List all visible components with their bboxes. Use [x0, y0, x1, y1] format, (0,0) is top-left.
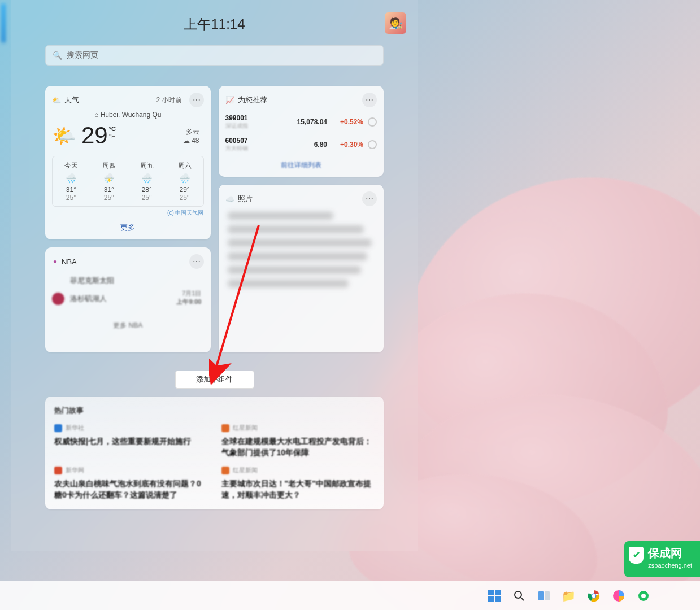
nba-icon: ✦	[52, 258, 58, 266]
svg-point-5	[515, 591, 521, 598]
current-weather-icon: 🌤️	[52, 124, 76, 147]
photos-blurred-content	[228, 280, 349, 287]
task-view-button[interactable]	[536, 587, 553, 604]
recommend-header: 📈 为您推荐 ⋯	[225, 93, 377, 107]
file-explorer-button[interactable]: 📁	[560, 587, 577, 604]
svg-point-11	[592, 594, 595, 597]
news-source-icon	[54, 467, 62, 474]
nba-header: ✦ NBA ⋯	[52, 254, 204, 269]
chrome-button[interactable]	[585, 587, 602, 604]
recommend-widget[interactable]: 📈 为您推荐 ⋯ 399001 深证成指 15,078.04 +0.52% 60…	[219, 86, 384, 177]
svg-rect-2	[495, 590, 501, 595]
news-grid: 新华社 权威快报|七月，这些重要新规开始施行 红星新闻 全球在建规模最大水电工程…	[54, 424, 375, 500]
nba-more-button[interactable]: ⋯	[189, 254, 204, 269]
nba-game-time: 7月1日 上午9:00	[176, 289, 201, 306]
add-widget-button[interactable]: 添加小组件	[175, 371, 254, 389]
current-temperature: 29 °C °F	[81, 122, 116, 149]
photos-blurred-content	[228, 212, 334, 220]
start-button[interactable]	[486, 587, 503, 604]
user-avatar[interactable]: 🧑‍🎨	[385, 12, 406, 34]
stock-chart-icon	[368, 140, 377, 149]
forecast-day[interactable]: 周五 🌧️ 28° 25°	[128, 156, 166, 206]
news-section-title: 热门故事	[54, 406, 375, 416]
weather-icon: ⛅	[52, 96, 61, 104]
shield-icon: ✔	[629, 547, 644, 564]
forecast-day[interactable]: 周六 🌧️ 29° 25°	[166, 156, 203, 206]
search-input[interactable]: 🔍 搜索网页	[45, 45, 384, 66]
photos-title: 照片	[238, 194, 253, 204]
photos-blurred-content	[228, 239, 372, 247]
photos-header: ☁️ 照片 ⋯	[225, 191, 377, 206]
news-widget[interactable]: 热门故事 新华社 权威快报|七月，这些重要新规开始施行 红星新闻 全球在建规模最…	[45, 396, 384, 509]
add-widget-row: 添加小组件	[45, 360, 384, 389]
photos-blurred-content	[228, 252, 367, 260]
widgets-panel: 上午11:14 🧑‍🎨 🔍 搜索网页 ⛅ 天气 2 小时前 ⋯ ⌂ Hubei,…	[11, 0, 418, 551]
taskbar: 📁	[0, 581, 700, 610]
photos-more-button[interactable]: ⋯	[362, 191, 377, 206]
panel-header: 上午11:14 🧑‍🎨	[45, 11, 384, 37]
svg-rect-8	[545, 591, 550, 600]
weather-attribution: (c) 中国天气网	[52, 209, 204, 217]
recommend-title: 为您推荐	[238, 95, 267, 105]
photos-blurred-content	[228, 225, 364, 233]
taskbar-app-button[interactable]	[610, 587, 627, 604]
svg-rect-7	[538, 591, 544, 600]
stock-row[interactable]: 600507 方大特钢 6.80 +0.30%	[225, 133, 377, 156]
weather-updated: 2 小时前	[156, 95, 182, 105]
svg-point-14	[641, 594, 646, 598]
nba-more-link[interactable]: 更多 NBA	[52, 321, 204, 330]
svg-rect-3	[488, 596, 494, 602]
photos-icon: ☁️	[225, 195, 234, 203]
weather-widget[interactable]: ⛅ 天气 2 小时前 ⋯ ⌂ Hubei, Wuchang Qu 🌤️ 29 °…	[45, 86, 211, 239]
temperature-units[interactable]: °C °F	[109, 125, 116, 140]
recommend-icon: 📈	[225, 96, 234, 104]
svg-rect-1	[488, 590, 494, 595]
team-badge-icon	[52, 274, 64, 287]
weather-location: ⌂ Hubei, Wuchang Qu	[52, 111, 204, 119]
svg-rect-4	[495, 596, 501, 602]
nba-widget[interactable]: ✦ NBA ⋯ 菲尼克斯太阳 洛杉矶湖人 7月1日 上午9:00 更多 NBA	[45, 247, 211, 352]
taskbar-search-button[interactable]	[511, 587, 528, 604]
news-source-icon	[221, 467, 229, 474]
forecast-day[interactable]: 今天 🌧️ 31° 25°	[53, 156, 90, 206]
site-watermark: ✔ 保成网 zsbaocheng.net	[624, 541, 700, 577]
news-item[interactable]: 新华网 农夫山泉白桃味气泡水到底有没有问题？0糖0卡为什么还翻车？这篇说清楚了	[54, 466, 208, 500]
panel-accent	[1, 3, 6, 43]
news-source-icon	[54, 424, 62, 432]
photos-blurred-content	[228, 266, 361, 274]
clock: 上午11:14	[184, 15, 245, 33]
search-icon: 🔍	[53, 51, 62, 60]
watermark-url: zsbaocheng.net	[648, 559, 692, 572]
forecast-day[interactable]: 周四 ⛈️ 31° 25°	[90, 156, 128, 206]
weather-header: ⛅ 天气 2 小时前 ⋯	[52, 93, 204, 107]
weather-main: 🌤️ 29 °C °F 多云 ☁ 48	[52, 122, 204, 149]
stock-row[interactable]: 399001 深证成指 15,078.04 +0.52%	[225, 111, 377, 133]
news-item[interactable]: 新华社 权威快报|七月，这些重要新规开始施行	[54, 424, 208, 458]
team-badge-icon	[52, 293, 64, 305]
svg-line-6	[521, 598, 524, 600]
widgets-grid: ⛅ 天气 2 小时前 ⋯ ⌂ Hubei, Wuchang Qu 🌤️ 29 °…	[45, 86, 384, 509]
recommend-more-button[interactable]: ⋯	[362, 93, 377, 107]
weather-more-link[interactable]: 更多	[52, 223, 204, 233]
stock-chart-icon	[368, 117, 377, 127]
location-icon: ⌂	[94, 111, 98, 119]
news-source-icon	[221, 424, 229, 432]
weather-condition: 多云 ☁ 48	[183, 127, 204, 145]
recommend-detail-link[interactable]: 前往详细列表	[225, 160, 377, 170]
weather-more-button[interactable]: ⋯	[189, 93, 204, 107]
weather-title: 天气	[64, 95, 79, 105]
taskbar-app-button[interactable]	[635, 587, 652, 604]
forecast-row: 今天 🌧️ 31° 25° 周四 ⛈️ 31° 25° 周五 🌧️ 28° 25…	[52, 156, 204, 207]
news-item[interactable]: 红星新闻 主要城市次日达！"老大哥"中国邮政宣布提速，对顺丰冲击更大？	[221, 466, 375, 500]
search-placeholder: 搜索网页	[67, 50, 98, 60]
photos-widget[interactable]: ☁️ 照片 ⋯	[219, 185, 384, 352]
news-item[interactable]: 红星新闻 全球在建规模最大水电工程投产发电背后：气象部门提供了10年保障	[221, 424, 375, 458]
nba-title: NBA	[62, 258, 77, 266]
nba-team-row: 菲尼克斯太阳	[52, 274, 204, 287]
watermark-brand: 保成网	[648, 547, 692, 559]
